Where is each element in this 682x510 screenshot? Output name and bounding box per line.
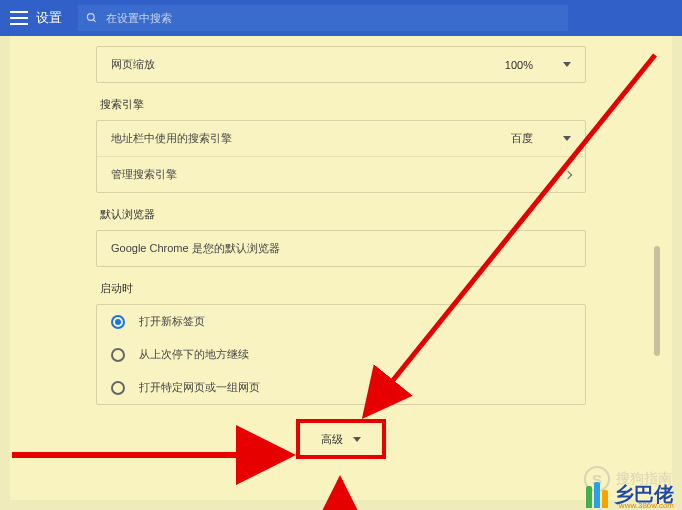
caret-down-icon: [563, 136, 571, 141]
search-input[interactable]: [106, 12, 561, 24]
default-browser-text: Google Chrome 是您的默认浏览器: [111, 241, 280, 256]
scrollbar[interactable]: [654, 76, 660, 486]
page-zoom-dropdown[interactable]: 100%: [505, 59, 571, 71]
settings-topbar: 设置: [0, 0, 682, 36]
manage-engines-row[interactable]: 管理搜索引擎: [97, 156, 585, 192]
scrollbar-thumb[interactable]: [654, 246, 660, 356]
caret-down-icon: [353, 437, 361, 442]
appearance-card: 网页缩放 100%: [96, 46, 586, 83]
section-search-engine: 搜索引擎: [100, 97, 582, 112]
addressbar-engine-dropdown[interactable]: 百度: [511, 131, 571, 146]
radio-icon[interactable]: [111, 381, 125, 395]
menu-icon[interactable]: [10, 11, 28, 25]
addressbar-engine-label: 地址栏中使用的搜索引擎: [111, 131, 232, 146]
radio-icon[interactable]: [111, 348, 125, 362]
settings-content: 网页缩放 100% 搜索引擎 地址栏中使用的搜索引擎 百度 管理搜索引擎: [10, 36, 672, 500]
search-icon: [86, 12, 98, 24]
search-engine-card: 地址栏中使用的搜索引擎 百度 管理搜索引擎: [96, 120, 586, 193]
advanced-button[interactable]: 高级: [296, 419, 386, 459]
footer-logo: 乡巴佬 www.386w.com: [586, 481, 674, 508]
startup-card: 打开新标签页 从上次停下的地方继续 打开特定网页或一组网页: [96, 304, 586, 405]
page-title: 设置: [36, 9, 62, 27]
addressbar-engine-row[interactable]: 地址栏中使用的搜索引擎 百度: [97, 121, 585, 156]
page-zoom-row[interactable]: 网页缩放 100%: [97, 47, 585, 82]
caret-down-icon: [563, 62, 571, 67]
startup-option-specific[interactable]: 打开特定网页或一组网页: [97, 371, 585, 404]
page-zoom-label: 网页缩放: [111, 57, 155, 72]
startup-option-continue[interactable]: 从上次停下的地方继续: [97, 338, 585, 371]
default-browser-card: Google Chrome 是您的默认浏览器: [96, 230, 586, 267]
manage-engines-label: 管理搜索引擎: [111, 167, 177, 182]
default-browser-row: Google Chrome 是您的默认浏览器: [97, 231, 585, 266]
svg-point-0: [87, 14, 94, 21]
settings-search[interactable]: [78, 5, 568, 31]
startup-option-newtab[interactable]: 打开新标签页: [97, 305, 585, 338]
radio-icon[interactable]: [111, 315, 125, 329]
section-default-browser: 默认浏览器: [100, 207, 582, 222]
section-startup: 启动时: [100, 281, 582, 296]
chevron-right-icon: [564, 170, 572, 178]
svg-line-1: [93, 19, 95, 21]
